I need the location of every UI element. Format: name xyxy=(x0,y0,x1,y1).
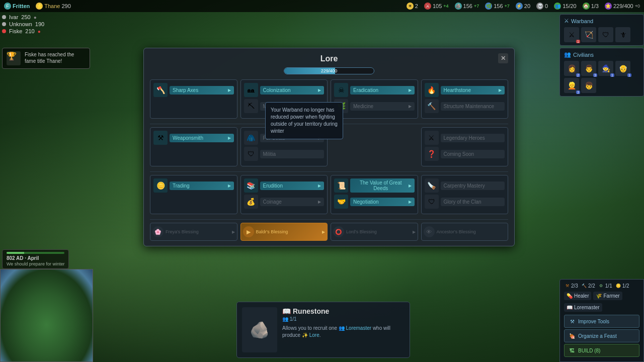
player-info: F Fritten xyxy=(4,3,30,10)
skill-icon-eradication: ☠ xyxy=(334,83,348,97)
skill-btn-trading[interactable]: Trading ▶ xyxy=(170,182,234,190)
res-coin: 🪙 1/2 xyxy=(615,283,629,289)
freya-icon: 🌸 xyxy=(152,226,164,237)
civilians-grid: 👩2 👨3 🧙1 👴1 👱3 👦 xyxy=(564,61,639,93)
skill-btn-sharp-axes[interactable]: Sharp Axes ▶ xyxy=(170,86,234,95)
civ-3[interactable]: 🧙1 xyxy=(598,61,613,76)
res-pop: 👥 15/20 xyxy=(554,3,577,10)
civ-6[interactable]: 👦 xyxy=(581,78,596,93)
civ-healer[interactable]: 💊 Healer xyxy=(564,292,591,300)
blessing-ancestor[interactable]: 👁 Ancestor's Blessing xyxy=(421,223,509,241)
player-title: Thane xyxy=(44,3,60,9)
skill-label-value-deeds: The Value of Great Deeds xyxy=(353,180,409,191)
civ-farmer[interactable]: 🌾 Farmer xyxy=(593,292,622,300)
blessing-lord[interactable]: ⭕ Lord's Blessing ▶ xyxy=(331,223,418,241)
skill-btn-militia[interactable]: Militia xyxy=(260,150,325,158)
organize-feast-button[interactable]: 🍖 Organize a Feast xyxy=(564,329,639,342)
skill-label-militia: Militia xyxy=(263,151,276,157)
player-row-ivar[interactable]: Ivar 250 ● xyxy=(2,14,44,20)
skill-tooltip: Your Warband no longer has reduced power… xyxy=(265,102,343,139)
skill-btn-coinage[interactable]: Coinage ▶ xyxy=(260,198,325,206)
date-hint: We should prepare for winter xyxy=(7,261,64,266)
skill-icon-militia: 🛡 xyxy=(244,147,258,161)
civ-5[interactable]: 👱3 xyxy=(564,78,579,93)
loremaster-label: Loremaster xyxy=(574,305,600,310)
section-hearthstone: 🔥 Hearthstone ▶ 🔨 Structure Maintenance xyxy=(421,79,509,119)
skill-btn-erudition[interactable]: Erudition ▶ xyxy=(260,182,325,190)
civ-4[interactable]: 👴1 xyxy=(615,61,630,76)
player-score-fiske: 210 xyxy=(25,28,34,34)
title-icon: ⭐ xyxy=(36,3,43,10)
skill-label-structure: Structure Maintenance xyxy=(444,104,495,109)
civ-2[interactable]: 👨3 xyxy=(581,61,596,76)
tooltip-text: Your Warband no longer has reduced power… xyxy=(271,107,338,134)
skill-icon-sharp-axes: 🪓 xyxy=(153,83,168,97)
skill-arrow-hearthstone: ▶ xyxy=(499,88,502,93)
civ-group-2: 📖 Loremaster xyxy=(564,303,639,312)
organize-feast-icon: 🍖 xyxy=(569,332,576,339)
skill-icon-hearthstone: 🔥 xyxy=(425,83,439,97)
unit-2[interactable]: 🏹 xyxy=(581,27,596,42)
sep-3 xyxy=(150,219,508,220)
res-wrench: 🔨 2/2 xyxy=(581,283,595,289)
attack-delta: +4 xyxy=(443,4,448,9)
section-eradication: ☠ Eradication ▶ 🌿 Medicine ▶ xyxy=(331,79,418,119)
xp-bar-container: 229/400 xyxy=(144,67,514,74)
res-death: 💀 0 xyxy=(536,3,548,10)
skill-btn-eradication[interactable]: Eradication ▶ xyxy=(350,86,415,95)
food-value: 2 xyxy=(415,3,418,9)
skill-btn-glory[interactable]: Glory of the Clan xyxy=(441,198,505,206)
player-dot-unknown xyxy=(2,22,6,26)
player-indicator-fiske: ● xyxy=(38,29,41,34)
wood-value: 156 xyxy=(494,3,503,9)
player-row-fiske[interactable]: Fiske 210 ● xyxy=(2,28,44,34)
blessing-freya[interactable]: 🌸 Freya's Blessing ▶ xyxy=(150,223,237,241)
attack-icon: ⚔ xyxy=(424,3,431,10)
skill-btn-colonization[interactable]: Colonization ▶ xyxy=(260,86,325,95)
player-row-unknown[interactable]: Unknown 190 xyxy=(2,21,44,27)
unit-3[interactable]: 🛡 xyxy=(598,27,613,42)
resource-row: ⚒ 2/3 🔨 2/2 ⚙ 1/1 🪙 1/2 xyxy=(564,283,639,289)
build-icon: 🏗 xyxy=(569,347,576,354)
player-icon: F xyxy=(4,3,11,10)
skill-btn-negotiation[interactable]: Negotiation ▶ xyxy=(350,198,415,206)
skill-btn-carpentry[interactable]: Carpentry Mastery xyxy=(441,182,505,190)
skill-btn-structure[interactable]: Structure Maintenance xyxy=(441,102,505,111)
skill-btn-hearthstone[interactable]: Hearthstone ▶ xyxy=(441,86,505,95)
skill-arrow-weaponsmith: ▶ xyxy=(228,136,231,140)
skill-arrow-value-deeds: ▶ xyxy=(409,184,412,188)
warband-icon: ⚔ xyxy=(564,18,569,24)
player-list: Ivar 250 ● Unknown 190 Fiske 210 ● xyxy=(2,14,44,35)
civ-1[interactable]: 👩2 xyxy=(564,61,579,76)
minimap[interactable] xyxy=(0,269,93,362)
res-food: ☀ 2 xyxy=(407,3,418,10)
skill-btn-medicine[interactable]: Medicine ▶ xyxy=(350,102,415,111)
title-level: 290 xyxy=(61,3,70,9)
unit-1[interactable]: ⚔1 xyxy=(564,27,579,42)
ancestor-icon: 👁 xyxy=(424,226,435,237)
skill-militia: 🛡 Militia xyxy=(244,147,325,161)
skill-medicine: 🌿 Medicine ▶ xyxy=(334,99,415,113)
player-indicator-ivar: ● xyxy=(34,15,37,20)
skill-btn-weaponsmith[interactable]: Weaponsmith ▶ xyxy=(170,134,234,142)
unit-4[interactable]: 🗡 xyxy=(615,27,630,42)
skill-carpentry: 🪚 Carpentry Mastery xyxy=(425,178,505,193)
skill-btn-coming[interactable]: Coming Soon xyxy=(441,150,505,158)
skill-icon-fur-coats: 🧥 xyxy=(244,131,258,145)
modal-close-button[interactable]: ✕ xyxy=(498,53,508,63)
res-fame: ⭐ 229/400 +0 xyxy=(605,3,640,10)
skill-icon-carpentry: 🪚 xyxy=(425,178,439,193)
civ-loremaster[interactable]: 📖 Loremaster xyxy=(564,303,602,312)
blessing-baldr[interactable]: ▶ Baldr's Blessing ▶ xyxy=(240,223,328,241)
skill-btn-legendary[interactable]: Legendary Heroes xyxy=(441,134,505,142)
skill-negotiation: 🤝 Negotiation ▶ xyxy=(334,195,415,209)
improve-tools-button[interactable]: ⚒ Improve Tools xyxy=(564,315,639,328)
player-score-unknown: 190 xyxy=(35,21,44,27)
build-button[interactable]: 🏗 BUILD (8) xyxy=(564,344,639,357)
skill-btn-value-deeds[interactable]: The Value of Great Deeds ▶ xyxy=(350,178,415,193)
sep-2 xyxy=(150,171,508,172)
skill-icon-coming: ❓ xyxy=(425,147,439,161)
fame-delta: +0 xyxy=(635,4,640,9)
action-panel: ⚒ 2/3 🔨 2/2 ⚙ 1/1 🪙 1/2 💊 Healer 🌾 Farme… xyxy=(559,279,644,362)
notification-box[interactable]: 🏆 Fiske has reached the fame title Thane… xyxy=(2,48,90,69)
